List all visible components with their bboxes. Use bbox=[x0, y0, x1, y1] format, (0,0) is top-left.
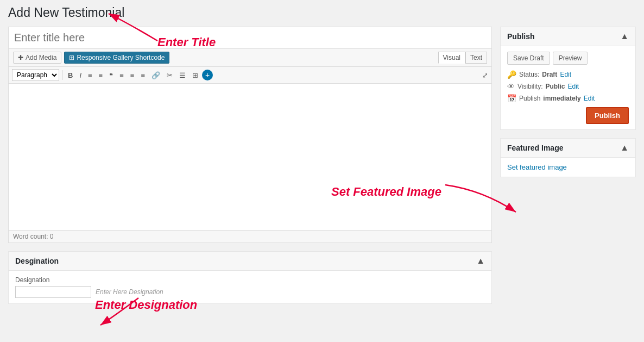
designation-panel: Desgination ▲ Designation Enter Here Des… bbox=[8, 251, 492, 304]
ordered-list-button[interactable]: ≡ bbox=[96, 70, 106, 81]
visibility-label: Visibility: bbox=[517, 83, 542, 90]
designation-hint: Enter Here Designation bbox=[96, 288, 163, 296]
designation-panel-title: Desgination bbox=[15, 257, 59, 265]
featured-image-panel-toggle[interactable]: ▲ bbox=[620, 143, 629, 153]
editor-area[interactable] bbox=[8, 84, 492, 231]
featured-image-panel-title: Featured Image bbox=[507, 144, 563, 152]
bold-button[interactable]: B bbox=[65, 70, 75, 81]
title-input[interactable] bbox=[8, 27, 492, 49]
featured-image-panel-header: Featured Image ▲ bbox=[501, 139, 635, 158]
status-value: Draft bbox=[542, 71, 557, 78]
visibility-edit-link[interactable]: Edit bbox=[567, 83, 579, 90]
tab-text[interactable]: Text bbox=[465, 52, 487, 64]
designation-field-label: Designation bbox=[15, 276, 485, 284]
visibility-value: Public bbox=[545, 83, 565, 90]
italic-button[interactable]: I bbox=[77, 70, 84, 81]
word-count-bar: Word count: 0 bbox=[8, 231, 492, 243]
status-icon: 🔑 bbox=[507, 70, 516, 79]
toolbar-separator-1 bbox=[62, 70, 62, 80]
insert-row-button[interactable]: ☰ bbox=[176, 70, 188, 81]
featured-image-panel-body: Set featured image bbox=[501, 158, 635, 177]
publish-panel: Publish ▲ Save Draft Preview 🔑 Status: D… bbox=[500, 27, 636, 130]
publish-time-edit-link[interactable]: Edit bbox=[584, 95, 595, 102]
page-title: Add New Testimonial bbox=[8, 5, 636, 20]
blockquote-button[interactable]: ❝ bbox=[106, 70, 116, 81]
publish-time-row: 📅 Publish immediately Edit bbox=[507, 94, 629, 103]
publish-panel-toggle[interactable]: ▲ bbox=[620, 32, 629, 41]
publish-time-value: immediately bbox=[543, 95, 580, 102]
publish-button[interactable]: Publish bbox=[586, 107, 629, 124]
sidebar: Publish ▲ Save Draft Preview 🔑 Status: D… bbox=[500, 27, 636, 185]
expand-editor-button[interactable]: ⤢ bbox=[482, 71, 488, 79]
publish-actions: Save Draft Preview bbox=[507, 52, 629, 65]
add-media-icon: ✚ bbox=[18, 54, 23, 61]
unordered-list-button[interactable]: ≡ bbox=[85, 70, 95, 81]
publish-panel-title: Publish bbox=[507, 32, 535, 41]
save-draft-button[interactable]: Save Draft bbox=[507, 52, 550, 65]
link-button[interactable]: 🔗 bbox=[149, 70, 163, 81]
designation-panel-header: Desgination ▲ bbox=[9, 252, 491, 271]
align-left-button[interactable]: ≡ bbox=[117, 70, 127, 81]
editor-toolbar-row1: ✚ Add Media ⊞ Responsive Gallery Shortco… bbox=[8, 49, 492, 67]
format-toolbar: Paragraph B I ≡ ≡ ❝ ≡ ≡ ≡ 🔗 ✂ ☰ ⊞ + ⤢ bbox=[8, 67, 492, 84]
publish-panel-header: Publish ▲ bbox=[501, 27, 635, 46]
publish-footer: Publish bbox=[507, 107, 629, 124]
calendar-icon: 📅 bbox=[507, 94, 516, 103]
status-label: Status: bbox=[519, 71, 539, 78]
publish-time-label: Publish bbox=[519, 95, 540, 102]
align-right-button[interactable]: ≡ bbox=[138, 70, 148, 81]
add-element-button[interactable]: + bbox=[202, 70, 213, 80]
word-count-label: Word count: 0 bbox=[13, 233, 53, 240]
designation-input[interactable] bbox=[15, 286, 91, 298]
add-media-button[interactable]: ✚ Add Media bbox=[13, 52, 61, 64]
designation-panel-toggle[interactable]: ▲ bbox=[476, 256, 485, 266]
publish-panel-body: Save Draft Preview 🔑 Status: Draft Edit … bbox=[501, 46, 635, 129]
align-center-button[interactable]: ≡ bbox=[128, 70, 137, 81]
designation-panel-body: Designation Enter Here Designation bbox=[9, 271, 491, 303]
editor-tabs: Visual Text bbox=[438, 52, 487, 64]
preview-button[interactable]: Preview bbox=[553, 52, 588, 65]
insert-table-button[interactable]: ⊞ bbox=[190, 70, 201, 81]
gallery-icon: ⊞ bbox=[69, 54, 74, 61]
status-edit-link[interactable]: Edit bbox=[560, 71, 571, 78]
tab-visual[interactable]: Visual bbox=[438, 52, 465, 64]
status-row: 🔑 Status: Draft Edit bbox=[507, 70, 629, 79]
gallery-shortcode-button[interactable]: ⊞ Responsive Gallery Shortcode bbox=[64, 52, 169, 64]
visibility-row: 👁 Visibility: Public Edit bbox=[507, 82, 629, 91]
paragraph-select[interactable]: Paragraph bbox=[12, 69, 59, 81]
set-featured-image-link[interactable]: Set featured image bbox=[507, 163, 567, 171]
featured-image-panel: Featured Image ▲ Set featured image bbox=[500, 138, 636, 177]
main-content-area: ✚ Add Media ⊞ Responsive Gallery Shortco… bbox=[8, 27, 492, 304]
unlink-button[interactable]: ✂ bbox=[164, 70, 175, 81]
visibility-icon: 👁 bbox=[507, 82, 515, 91]
